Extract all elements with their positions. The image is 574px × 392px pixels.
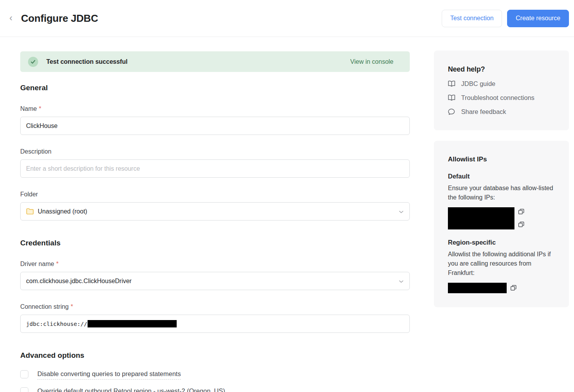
help-link-share-feedback[interactable]: Share feedback bbox=[448, 108, 555, 116]
connection-string-input[interactable]: jdbc:clickhouse:// bbox=[20, 315, 410, 333]
folder-label: Folder bbox=[20, 191, 410, 198]
driver-select-value: com.clickhouse.jdbc.ClickHouseDriver bbox=[26, 278, 132, 285]
copy-icon[interactable] bbox=[518, 221, 525, 228]
create-resource-button[interactable]: Create resource bbox=[507, 10, 569, 27]
allowlist-default-heading: Default bbox=[448, 173, 555, 180]
description-input[interactable] bbox=[20, 159, 410, 178]
default-ip-block bbox=[448, 207, 555, 229]
allowlist-heading: Allowlist IPs bbox=[448, 156, 555, 163]
name-label: Name* bbox=[20, 105, 410, 112]
view-in-console-link[interactable]: View in console bbox=[350, 58, 393, 65]
banner-message: Test connection successful bbox=[46, 58, 128, 65]
allowlist-ips-card: Allowlist IPs Default Ensure your databa… bbox=[434, 141, 569, 307]
override-region-option-row: Override default outbound Retool region … bbox=[20, 387, 410, 392]
override-region-label: Override default outbound Retool region … bbox=[37, 387, 225, 392]
allowlist-region-text: Allowlist the following additional IPs i… bbox=[448, 250, 555, 278]
help-link-label: Troubleshoot connections bbox=[461, 94, 534, 102]
test-connection-button[interactable]: Test connection bbox=[442, 10, 502, 27]
page-header: ‹ Configure JDBC Test connection Create … bbox=[0, 0, 574, 37]
region-ip-block bbox=[448, 283, 555, 293]
copy-icon[interactable] bbox=[518, 208, 525, 215]
chevron-down-icon bbox=[399, 208, 404, 215]
book-icon bbox=[448, 80, 456, 87]
required-asterisk: * bbox=[39, 105, 41, 112]
need-help-heading: Need help? bbox=[448, 65, 555, 74]
page-content: Test connection successful View in conso… bbox=[0, 37, 574, 392]
driver-name-label: Driver name* bbox=[20, 261, 410, 268]
name-label-text: Name bbox=[20, 105, 37, 112]
chat-icon bbox=[448, 108, 456, 115]
general-section-heading: General bbox=[20, 84, 410, 92]
override-region-checkbox[interactable] bbox=[20, 387, 28, 392]
book-icon bbox=[448, 94, 456, 101]
redacted-connection-host bbox=[88, 320, 177, 327]
redacted-region-ip bbox=[448, 283, 507, 293]
copy-icon[interactable] bbox=[507, 285, 517, 291]
connection-string-label: Connection string* bbox=[20, 303, 410, 310]
help-link-jdbc-guide[interactable]: JDBC guide bbox=[448, 80, 555, 88]
chevron-down-icon bbox=[399, 278, 404, 285]
description-label: Description bbox=[20, 148, 410, 155]
default-ip-copy-buttons bbox=[514, 207, 525, 229]
help-link-troubleshoot[interactable]: Troubleshoot connections bbox=[448, 94, 555, 102]
required-asterisk: * bbox=[56, 261, 58, 267]
credentials-section-heading: Credentials bbox=[20, 239, 410, 247]
help-link-label: Share feedback bbox=[461, 108, 506, 116]
folder-select[interactable]: Unassigned (root) bbox=[20, 202, 410, 220]
advanced-options-heading: Advanced options bbox=[20, 351, 410, 360]
need-help-card: Need help? JDBC guide Troubleshoot conne… bbox=[434, 51, 569, 130]
driver-name-select[interactable]: com.clickhouse.jdbc.ClickHouseDriver bbox=[20, 272, 410, 290]
required-asterisk: * bbox=[71, 303, 73, 310]
name-input[interactable] bbox=[20, 117, 410, 135]
check-icon bbox=[28, 57, 38, 67]
folder-icon bbox=[26, 208, 34, 215]
driver-name-label-text: Driver name bbox=[20, 261, 54, 267]
prepared-statements-option-row: Disable converting queries to prepared s… bbox=[20, 370, 410, 380]
page-title: Configure JDBC bbox=[21, 12, 98, 24]
redacted-default-ips bbox=[448, 207, 514, 229]
connection-string-label-text: Connection string bbox=[20, 303, 69, 310]
folder-select-value: Unassigned (root) bbox=[38, 208, 87, 215]
sidebar: Need help? JDBC guide Troubleshoot conne… bbox=[434, 51, 569, 392]
main-form-column: Test connection successful View in conso… bbox=[20, 51, 410, 392]
allowlist-region-heading: Region-specific bbox=[448, 239, 555, 246]
disable-prepared-statements-label: Disable converting queries to prepared s… bbox=[37, 370, 181, 380]
help-link-label: JDBC guide bbox=[461, 80, 495, 88]
success-banner: Test connection successful View in conso… bbox=[20, 51, 410, 72]
back-chevron-icon[interactable]: ‹ bbox=[5, 13, 16, 24]
connection-string-value: jdbc:clickhouse:// bbox=[26, 321, 87, 327]
allowlist-default-text: Ensure your database has allow-listed th… bbox=[448, 184, 555, 202]
disable-prepared-statements-checkbox[interactable] bbox=[20, 370, 28, 378]
